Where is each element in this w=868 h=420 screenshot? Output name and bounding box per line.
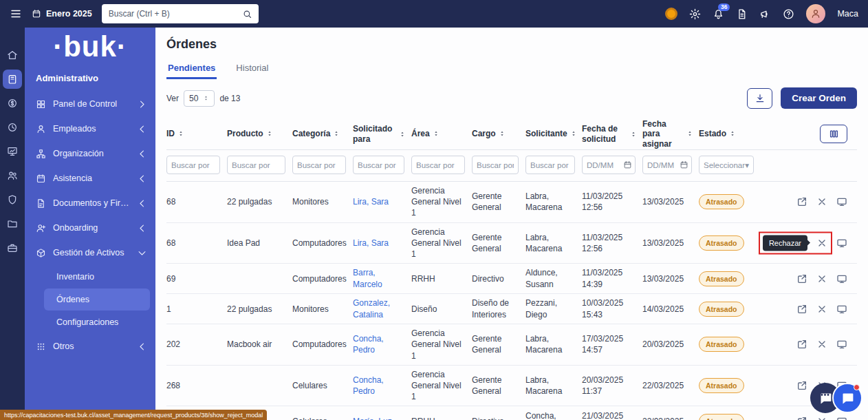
notifications-button[interactable]: 36 [713,8,724,20]
filter-categoria-input[interactable] [292,156,346,174]
sidebar-item[interactable]: Asistencia [25,166,155,191]
sidebar-subitem[interactable]: Órdenes [44,288,150,311]
rail-item[interactable] [3,238,22,258]
download-button[interactable] [747,88,772,109]
filter-solicitado-para-input[interactable] [353,156,404,174]
assign-button[interactable] [796,196,807,207]
hamburger-menu-button[interactable] [10,8,22,20]
status-badge: Atrasado [699,337,744,352]
filter-estado-select[interactable]: Seleccionar ▾ [699,156,754,174]
tab[interactable]: Historial [235,60,270,79]
detail-button[interactable] [836,416,847,420]
settings-button[interactable] [689,8,701,20]
cell-solicitado-para-link[interactable]: María, Luz [353,416,411,420]
rail-item[interactable] [3,118,22,137]
sort-icon[interactable] [686,129,693,138]
period-selector[interactable]: Enero 2025 [32,9,92,19]
filter-area-input[interactable] [411,156,465,174]
sidebar-item[interactable]: Documentos y Firma [25,191,155,216]
sidebar-subitem[interactable]: Inventario [25,266,150,288]
avatar[interactable] [806,4,825,23]
column-header[interactable]: Solicitante [525,129,582,138]
reject-button[interactable] [816,273,827,284]
assign-button[interactable] [796,273,807,284]
column-header[interactable]: Estado [699,129,761,138]
help-button[interactable] [783,8,794,20]
reject-button[interactable] [816,304,827,315]
detail-button[interactable] [836,238,847,249]
assign-button[interactable] [796,380,807,391]
reject-button[interactable] [816,196,827,207]
sort-icon[interactable] [266,129,273,138]
column-header[interactable]: Cargo [472,129,525,138]
search-input[interactable] [102,4,259,23]
rail-item[interactable] [3,94,22,113]
column-header[interactable]: Fecha de solicitud [582,124,642,144]
rail-item[interactable] [3,70,22,89]
sidebar-item[interactable]: Onboarding [25,216,155,240]
reject-button[interactable] [816,339,827,350]
sort-icon[interactable] [333,129,340,138]
cell-solicitado-para-link[interactable]: Lira, Sara [353,238,411,249]
chevron-down-icon: ▾ [745,160,749,170]
points-icon[interactable] [665,8,677,20]
sidebar-subitem[interactable]: Configuraciones [25,311,150,333]
table-row: 68 22 pulgadas Monitores Lira, Sara Gere… [166,182,857,223]
chat-fab-primary[interactable] [832,383,862,413]
rail-item[interactable] [3,142,22,161]
detail-button[interactable] [836,304,847,315]
sort-icon[interactable] [433,129,440,138]
documents-button[interactable] [736,8,748,20]
cell-solicitado-para-link[interactable]: Lira, Sara [353,196,411,207]
sort-icon[interactable] [729,129,736,138]
rail-item[interactable] [3,166,22,185]
page-size-select[interactable]: 50 [184,90,215,107]
sidebar-item[interactable]: Empleados [25,116,155,141]
column-header[interactable]: Fecha para asignar [642,119,699,149]
filter-solicitante-input[interactable] [525,156,575,174]
column-picker-button[interactable] [820,125,847,143]
filter-cargo-input[interactable] [472,156,519,174]
clock-icon [7,122,18,133]
close-icon [816,339,827,350]
assign-button[interactable] [796,304,807,315]
reject-button[interactable] [816,416,827,420]
tab[interactable]: Pendientes [166,60,217,79]
rail-item[interactable] [3,190,22,209]
column-header[interactable]: ID [166,129,227,138]
detail-button[interactable] [836,273,847,284]
cell-solicitante: Aldunce, Susann [525,267,582,289]
rail-item[interactable] [3,45,22,65]
sort-icon[interactable] [399,130,406,138]
search-icon[interactable] [242,9,252,19]
filter-producto-input[interactable] [227,156,285,174]
sidebar-item[interactable]: Gestión de Activos [25,240,155,265]
cell-solicitado-para-link[interactable]: Concha, Pedro [353,375,411,397]
sidebar-item[interactable]: Organización [25,141,155,166]
sort-icon[interactable] [177,129,184,138]
announcements-button[interactable] [759,8,771,20]
page-title: Órdenes [166,37,857,52]
sort-icon[interactable] [570,129,577,138]
sort-icon[interactable] [499,129,506,138]
column-header[interactable]: Solicitado para [353,124,411,144]
column-header[interactable]: Categoría [292,129,353,138]
cell-solicitado-para-link[interactable]: Concha, Pedro [353,333,411,355]
assign-button[interactable] [796,416,807,420]
calendar-icon[interactable] [623,160,632,169]
create-order-button[interactable]: Crear Orden [781,87,857,109]
sort-icon[interactable] [630,130,637,138]
calendar-icon[interactable] [680,160,688,169]
column-header[interactable]: Área [411,129,472,138]
filter-id-input[interactable] [166,156,220,174]
column-header[interactable]: Producto [227,129,292,138]
sidebar-item[interactable]: Panel de Control [25,92,155,116]
detail-button[interactable] [836,339,847,350]
rail-item[interactable] [3,214,22,233]
cell-solicitado-para-link[interactable]: Barra, Marcelo [353,267,411,289]
sidebar-item[interactable]: Otros [25,334,155,359]
detail-button[interactable] [836,196,847,207]
screen-icon [836,196,847,207]
cell-solicitado-para-link[interactable]: Gonzalez, Catalina [353,297,411,319]
assign-button[interactable] [796,339,807,350]
